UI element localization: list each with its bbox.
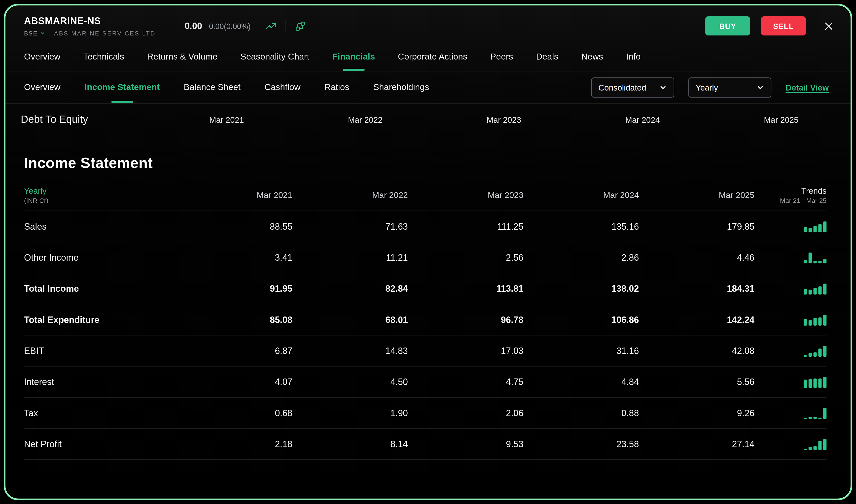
value-cell: 2.18 bbox=[177, 439, 292, 449]
tab-label: Seasonality Chart bbox=[240, 52, 309, 61]
chevron-down-icon bbox=[40, 31, 46, 36]
tab-deals[interactable]: Deals bbox=[536, 42, 558, 71]
spark-bar bbox=[823, 221, 826, 232]
exchange-selector[interactable]: BSE bbox=[24, 30, 46, 36]
value-cell: 82.84 bbox=[292, 283, 408, 294]
row-values: 2.188.149.5323.5827.14 bbox=[177, 439, 754, 449]
spark-bar bbox=[804, 260, 807, 264]
tab-label: Overview bbox=[24, 82, 61, 92]
tab-label: Income Statement bbox=[84, 82, 160, 92]
subtab-ratios[interactable]: Ratios bbox=[324, 71, 349, 103]
subtab-income-statement[interactable]: Income Statement bbox=[84, 71, 160, 103]
spark-bar bbox=[823, 315, 826, 326]
trend-cell bbox=[754, 283, 826, 294]
tab-overview[interactable]: Overview bbox=[24, 42, 61, 71]
price-change: 0.00(0.00%) bbox=[209, 22, 251, 31]
tab-corporate-actions[interactable]: Corporate Actions bbox=[398, 42, 467, 71]
table-row-total-expenditure[interactable]: Total Expenditure85.0868.0196.78106.8614… bbox=[24, 304, 827, 335]
ratio-column-header: Mar 2024 bbox=[573, 115, 712, 124]
value-cell: 4.84 bbox=[523, 377, 639, 387]
spark-bar bbox=[809, 290, 812, 295]
subtab-balance-sheet[interactable]: Balance Sheet bbox=[184, 71, 241, 103]
ratio-columns: Mar 2021Mar 2022Mar 2023Mar 2024Mar 2025 bbox=[157, 115, 851, 124]
row-values: 85.0868.0196.78106.86142.24 bbox=[177, 314, 754, 325]
column-header: Mar 2025 bbox=[639, 190, 754, 200]
value-cell: 14.83 bbox=[292, 345, 408, 356]
spark-bar bbox=[818, 348, 821, 357]
tab-label: Returns & Volume bbox=[147, 52, 218, 61]
trends-header: Trends Mar 21 - Mar 25 bbox=[754, 186, 826, 204]
price-block: 0.00 0.00(0.00%) bbox=[185, 21, 251, 31]
close-icon[interactable] bbox=[823, 20, 834, 31]
value-cell: 31.16 bbox=[523, 345, 639, 356]
spark-bar bbox=[809, 379, 812, 388]
topbar: ABSMARINE-NS BSE ABS MARINE SERVICES LTD… bbox=[5, 5, 851, 42]
column-header: Mar 2021 bbox=[177, 190, 292, 200]
trend-cell bbox=[754, 252, 826, 264]
value-cell: 113.81 bbox=[408, 283, 523, 294]
trend-sparkline-chart bbox=[804, 438, 826, 450]
subtab-shareholdings[interactable]: Shareholdings bbox=[373, 71, 429, 103]
spark-bar bbox=[809, 353, 812, 357]
sell-button[interactable]: SELL bbox=[761, 16, 806, 35]
spark-bar bbox=[804, 319, 807, 325]
tab-info[interactable]: Info bbox=[626, 42, 641, 71]
tab-label: Cashflow bbox=[264, 82, 301, 92]
subtab-cashflow[interactable]: Cashflow bbox=[264, 71, 301, 103]
table-row-tax[interactable]: Tax0.681.902.060.889.26 bbox=[24, 398, 827, 429]
active-tab-underline bbox=[343, 69, 364, 71]
active-tab-underline bbox=[111, 101, 133, 103]
table-row-total-income[interactable]: Total Income91.9582.84113.81138.02184.31 bbox=[24, 273, 827, 304]
spark-bar bbox=[809, 320, 812, 326]
value-cell: 4.46 bbox=[639, 252, 754, 263]
table-row-ebit[interactable]: EBIT6.8714.8317.0331.1642.08 bbox=[24, 335, 827, 366]
spark-bar bbox=[809, 228, 812, 232]
value-cell: 179.85 bbox=[639, 221, 754, 232]
table-row-net-profit[interactable]: Net Profit2.188.149.5323.5827.14 bbox=[24, 429, 827, 460]
trend-cell bbox=[754, 407, 826, 419]
trends-range: Mar 21 - Mar 25 bbox=[780, 197, 827, 204]
spark-bar bbox=[814, 353, 817, 357]
tab-news[interactable]: News bbox=[581, 42, 603, 71]
value-cell: 4.07 bbox=[177, 377, 292, 387]
buy-button[interactable]: BUY bbox=[705, 16, 750, 35]
tab-seasonality-chart[interactable]: Seasonality Chart bbox=[240, 42, 309, 71]
row-label: Total Income bbox=[24, 283, 177, 294]
table-header-columns: Mar 2021Mar 2022Mar 2023Mar 2024Mar 2025 bbox=[177, 190, 754, 200]
spark-bar bbox=[823, 377, 826, 388]
row-label: Interest bbox=[24, 377, 177, 387]
trend-sparkline-chart bbox=[804, 345, 826, 357]
value-cell: 68.01 bbox=[292, 314, 408, 325]
column-header: Mar 2023 bbox=[408, 190, 523, 200]
spark-bar bbox=[818, 418, 821, 419]
ratio-column-header: Mar 2021 bbox=[157, 115, 296, 124]
table-row-other-income[interactable]: Other Income3.4111.212.562.864.46 bbox=[24, 242, 827, 273]
statement-type-select[interactable]: Consolidated bbox=[592, 77, 674, 97]
table-row-sales[interactable]: Sales88.5571.63111.25135.16179.85 bbox=[24, 211, 827, 242]
ratio-column-header: Mar 2022 bbox=[296, 115, 435, 124]
period-select[interactable]: Yearly bbox=[688, 77, 771, 97]
divider bbox=[286, 20, 286, 32]
row-values: 6.8714.8317.0331.1642.08 bbox=[177, 345, 754, 356]
tab-returns-volume[interactable]: Returns & Volume bbox=[147, 42, 218, 71]
value-cell: 91.95 bbox=[177, 283, 292, 294]
trend-chart-icon[interactable] bbox=[265, 20, 277, 32]
spark-bar bbox=[804, 380, 807, 388]
sub-tab-bar: OverviewIncome StatementBalance SheetCas… bbox=[5, 71, 851, 104]
trend-cell bbox=[754, 438, 826, 450]
value-cell: 1.90 bbox=[292, 408, 408, 418]
tab-financials[interactable]: Financials bbox=[332, 42, 375, 71]
table-header-label: Yearly (INR Cr) bbox=[24, 186, 177, 204]
main-tabs: OverviewTechnicalsReturns & VolumeSeason… bbox=[5, 42, 851, 71]
subtab-overview[interactable]: Overview bbox=[24, 71, 61, 103]
compare-icon[interactable] bbox=[295, 20, 306, 31]
column-header: Mar 2024 bbox=[523, 190, 639, 200]
value-cell: 8.14 bbox=[292, 439, 408, 449]
spark-bar bbox=[823, 259, 826, 264]
spark-bar bbox=[823, 439, 826, 450]
value-cell: 138.02 bbox=[523, 283, 639, 294]
detail-view-link[interactable]: Detail View bbox=[786, 83, 829, 92]
tab-technicals[interactable]: Technicals bbox=[83, 42, 124, 71]
table-row-interest[interactable]: Interest4.074.504.754.845.56 bbox=[24, 366, 827, 398]
tab-peers[interactable]: Peers bbox=[490, 42, 513, 71]
